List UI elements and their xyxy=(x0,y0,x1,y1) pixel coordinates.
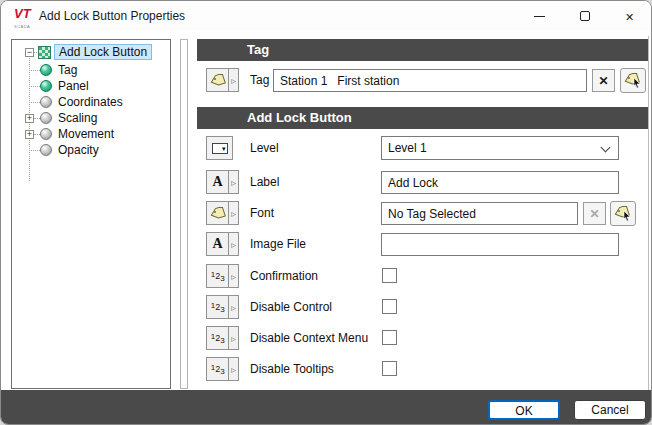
title-bar: VT SCADA Add Lock Button Properties xyxy=(1,1,651,31)
level-type-button[interactable] xyxy=(206,136,233,160)
field-label: Level xyxy=(250,135,279,161)
tree-item-movement[interactable]: Movement xyxy=(12,126,170,142)
logo-text: VT xyxy=(14,6,31,21)
tree-item-label[interactable]: Panel xyxy=(58,78,89,94)
numeric-icon: 123 xyxy=(207,296,228,318)
disable-tooltips-type-button[interactable]: 123 xyxy=(206,357,239,381)
tag-picker-icon xyxy=(614,206,632,222)
tree-item-label[interactable]: Scaling xyxy=(58,110,97,126)
level-selected-value: Level 1 xyxy=(388,141,427,155)
clear-font-button[interactable] xyxy=(583,202,606,225)
panel-splitter[interactable] xyxy=(180,39,188,389)
combobox-icon xyxy=(207,137,232,159)
disable-control-checkbox[interactable] xyxy=(382,299,397,314)
tree-item-label[interactable]: Opacity xyxy=(58,142,99,158)
status-sphere-gray-icon xyxy=(40,112,52,124)
minimize-button[interactable] xyxy=(517,1,562,31)
tag-picker-button[interactable] xyxy=(620,68,646,93)
field-label: Disable Control xyxy=(250,294,332,320)
text-icon xyxy=(207,233,228,255)
image-file-input[interactable] xyxy=(381,233,619,256)
status-sphere-green-icon xyxy=(40,80,52,92)
label-type-button[interactable] xyxy=(206,170,239,194)
disable-context-menu-type-button[interactable]: 123 xyxy=(206,326,239,350)
field-label: Image File xyxy=(250,231,306,257)
collapse-icon[interactable] xyxy=(25,48,34,57)
confirmation-type-button[interactable]: 123 xyxy=(206,264,239,288)
minimize-icon xyxy=(534,16,545,17)
status-sphere-gray-icon xyxy=(40,128,52,140)
level-select[interactable]: Level 1 xyxy=(381,136,619,160)
numeric-icon: 123 xyxy=(207,327,228,349)
window-title: Add Lock Button Properties xyxy=(39,9,185,23)
expand-icon[interactable] xyxy=(25,114,34,123)
field-label: Confirmation xyxy=(250,263,318,289)
disable-tooltips-row: 123 Disable Tooltips xyxy=(206,356,644,382)
expand-options-icon[interactable] xyxy=(228,327,238,349)
clear-tag-button[interactable] xyxy=(592,69,615,92)
field-label: Label xyxy=(250,169,279,195)
font-tag-picker-button[interactable] xyxy=(610,201,636,226)
expand-icon[interactable] xyxy=(25,130,34,139)
disable-context-menu-checkbox[interactable] xyxy=(382,330,397,345)
property-tree: Add Lock Button Tag Panel Coordinates Sc… xyxy=(11,39,171,389)
expand-options-icon[interactable] xyxy=(228,296,238,318)
logo-subtext: SCADA xyxy=(14,20,36,33)
tree-item-coordinates[interactable]: Coordinates xyxy=(12,94,170,110)
chevron-down-icon xyxy=(601,143,611,153)
confirmation-row: 123 Confirmation xyxy=(206,263,644,289)
section-header-main: Add Lock Button xyxy=(197,107,648,129)
maximize-icon xyxy=(580,11,590,21)
tag-picker-icon xyxy=(624,73,642,89)
dialog-window: VT SCADA Add Lock Button Properties Add … xyxy=(0,0,652,425)
close-icon xyxy=(625,7,634,25)
cancel-button[interactable]: Cancel xyxy=(574,400,646,420)
tree-item-label[interactable]: Coordinates xyxy=(58,94,123,110)
properties-panel: Tag Tag xyxy=(197,36,649,391)
tree-item-panel[interactable]: Panel xyxy=(12,78,170,94)
numeric-icon: 123 xyxy=(207,265,228,287)
field-label: Disable Tooltips xyxy=(250,356,334,382)
font-input[interactable] xyxy=(381,202,578,225)
tag-input[interactable] xyxy=(273,69,587,92)
field-label: Disable Context Menu xyxy=(250,325,368,351)
close-button[interactable] xyxy=(607,1,652,31)
tree-item-label[interactable]: Movement xyxy=(58,126,114,142)
image-file-type-button[interactable] xyxy=(206,232,239,256)
expand-options-icon[interactable] xyxy=(228,171,238,193)
font-type-button[interactable] xyxy=(206,201,239,225)
disable-tooltips-checkbox[interactable] xyxy=(382,361,397,376)
expand-options-icon[interactable] xyxy=(228,358,238,380)
expand-options-icon[interactable] xyxy=(228,69,238,91)
confirmation-checkbox[interactable] xyxy=(382,268,397,283)
field-label: Font xyxy=(250,200,274,226)
text-icon xyxy=(207,171,228,193)
tree-item-label[interactable]: Tag xyxy=(58,62,77,78)
tree-stub xyxy=(29,70,40,71)
tree-root-label[interactable]: Add Lock Button xyxy=(54,44,152,60)
section-header-tag: Tag xyxy=(197,39,648,61)
font-row: Font xyxy=(206,200,644,226)
status-sphere-gray-icon xyxy=(40,96,52,108)
expand-options-icon[interactable] xyxy=(228,202,238,224)
label-input[interactable] xyxy=(381,171,619,194)
expand-options-icon[interactable] xyxy=(228,265,238,287)
maximize-button[interactable] xyxy=(562,1,607,31)
tag-icon xyxy=(207,69,228,91)
tree-item-tag[interactable]: Tag xyxy=(12,62,170,78)
tree-root-row[interactable]: Add Lock Button xyxy=(12,44,170,60)
tree-item-scaling[interactable]: Scaling xyxy=(12,110,170,126)
dialog-footer: OK Cancel xyxy=(1,390,651,425)
tag-row: Tag xyxy=(206,67,644,93)
disable-control-type-button[interactable]: 123 xyxy=(206,295,239,319)
ok-button[interactable]: OK xyxy=(488,400,560,420)
level-row: Level Level 1 xyxy=(206,135,644,161)
tree-stub xyxy=(29,86,40,87)
tag-type-button[interactable] xyxy=(206,68,239,92)
widget-icon xyxy=(38,46,51,59)
image-file-row: Image File xyxy=(206,231,644,257)
expand-options-icon[interactable] xyxy=(228,233,238,255)
field-label: Tag xyxy=(250,67,269,93)
tree-item-opacity[interactable]: Opacity xyxy=(12,142,170,158)
tree-stub xyxy=(29,102,40,103)
